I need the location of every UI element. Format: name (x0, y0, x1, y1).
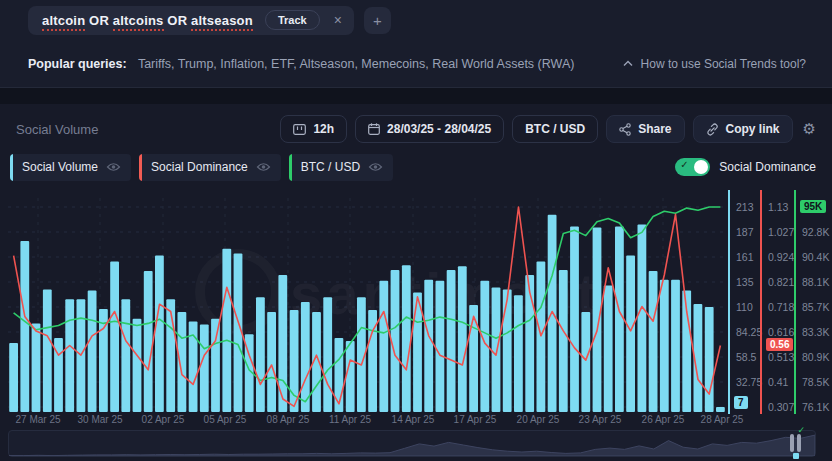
volume-bar[interactable] (222, 249, 231, 412)
legend-label: Social Volume (22, 160, 98, 174)
chart-plot-area[interactable]: santiment 21318716113511084.2558.532.757… (0, 190, 832, 461)
date-range-button[interactable]: 28/03/25 - 28/04/25 (355, 115, 504, 143)
search-query-text[interactable]: altcoin OR altcoins OR altseason (42, 13, 253, 28)
volume-bar[interactable] (638, 225, 647, 413)
settings-gear-icon[interactable]: ⚙ (801, 120, 818, 138)
how-to-use-link[interactable]: How to use Social Trends tool? (623, 57, 806, 71)
legend-chip[interactable]: Social Volume (10, 154, 131, 181)
popular-queries-list[interactable]: Tariffs, Trump, Inflation, ETF, Altseaso… (135, 57, 575, 71)
volume-bar[interactable] (492, 288, 501, 412)
social-dominance-toggle[interactable]: ✓ (675, 158, 710, 176)
volume-bar[interactable] (604, 286, 613, 412)
volume-bar[interactable] (166, 299, 175, 412)
legend-chip[interactable]: Social Dominance (139, 154, 281, 181)
volume-bar[interactable] (581, 312, 590, 412)
volume-bar[interactable] (155, 256, 164, 413)
y-tick-label: 213 (736, 201, 754, 213)
y-tick-label: 92.8K (802, 226, 829, 238)
pair-button[interactable]: BTC / USD (512, 115, 598, 143)
eye-icon[interactable] (106, 162, 121, 172)
volume-bar[interactable] (20, 241, 29, 412)
share-button[interactable]: Share (606, 115, 684, 143)
volume-bar[interactable] (211, 319, 220, 412)
toggle-check-icon: ✓ (680, 159, 688, 170)
volume-bar[interactable] (525, 275, 534, 412)
interval-button[interactable]: 12h (280, 115, 347, 143)
volume-bar[interactable] (323, 297, 332, 412)
volume-bar[interactable] (379, 281, 388, 412)
toggle-label: Social Dominance (719, 160, 816, 174)
volume-bar[interactable] (514, 295, 523, 412)
share-icon (619, 123, 631, 136)
y-tick-label: 80.9K (802, 351, 829, 363)
volume-bar[interactable] (626, 256, 635, 413)
volume-bar[interactable] (256, 297, 265, 412)
volume-bar[interactable] (178, 312, 187, 412)
x-axis-label: 05 Apr 25 (194, 414, 256, 425)
volume-bar[interactable] (346, 341, 355, 412)
y-axis-current-badge: 0.56 (766, 338, 793, 351)
y-tick-label: 0.513 (768, 351, 794, 363)
volume-bar[interactable] (559, 270, 568, 412)
volume-bar[interactable] (43, 290, 52, 413)
main-chart[interactable]: santiment (8, 190, 726, 414)
volume-bar[interactable] (301, 302, 310, 412)
volume-bar[interactable] (335, 338, 344, 412)
y-tick-label: 0.616 (768, 326, 794, 338)
minimap-area-chart (9, 431, 815, 456)
chevron-up-icon (623, 60, 633, 67)
volume-bar[interactable] (133, 319, 142, 412)
eye-icon[interactable] (256, 162, 271, 172)
chart-title: Social Volume (16, 122, 98, 137)
volume-bar[interactable] (593, 227, 602, 412)
legend-color-bar (139, 154, 142, 181)
volume-bar[interactable] (570, 226, 579, 412)
y-tick-label: 76.1K (802, 401, 829, 413)
y-axis-current-badge: 95K (800, 200, 826, 213)
y-tick-label: 83.3K (802, 326, 829, 338)
volume-bar[interactable] (110, 261, 119, 412)
volume-bar[interactable] (32, 324, 41, 413)
track-button[interactable]: Track (265, 10, 320, 30)
volume-bar[interactable] (121, 299, 130, 412)
y-tick-label: 0.41 (768, 376, 788, 388)
y-tick-label: 84.25 (736, 326, 762, 338)
close-tab-icon[interactable]: × (332, 13, 344, 27)
eye-icon[interactable] (368, 162, 383, 172)
volume-bar[interactable] (436, 281, 445, 412)
y-tick-label: 90.4K (802, 251, 829, 263)
copy-link-button[interactable]: Copy link (693, 115, 793, 143)
y-axis-current-badge: 7 (734, 396, 748, 409)
legend-label: Social Dominance (151, 160, 248, 174)
legend-color-bar (289, 154, 292, 181)
volume-bar[interactable] (458, 266, 467, 412)
volume-bar[interactable] (267, 312, 276, 412)
volume-bar[interactable] (424, 280, 433, 412)
volume-bar[interactable] (716, 407, 725, 412)
volume-bar[interactable] (469, 305, 478, 412)
top-tab-bar: altcoin OR altcoins OR altseason Track ×… (0, 0, 832, 40)
y-tick-label: 58.5 (736, 351, 756, 363)
legend-chip[interactable]: BTC / USD (289, 154, 393, 181)
volume-bar[interactable] (144, 271, 153, 412)
volume-bar[interactable] (447, 270, 456, 412)
volume-bar[interactable] (9, 343, 18, 412)
search-query-tab[interactable]: altcoin OR altcoins OR altseason Track × (28, 6, 354, 35)
add-tab-button[interactable]: + (364, 7, 391, 34)
y-tick-label: 85.7K (802, 301, 829, 313)
volume-bar[interactable] (615, 226, 624, 412)
volume-bar[interactable] (660, 280, 669, 412)
volume-bar[interactable] (88, 291, 97, 413)
volume-bar[interactable] (65, 299, 74, 412)
volume-bar[interactable] (200, 325, 209, 413)
volume-bar[interactable] (649, 271, 658, 412)
calendar-icon (368, 123, 380, 135)
volume-bar[interactable] (671, 280, 680, 412)
volume-bar[interactable] (705, 307, 714, 412)
y-axis: 1.131.0270.9240.8210.7180.6160.5130.410.… (760, 190, 762, 414)
volume-bar[interactable] (537, 261, 546, 412)
minimap-drag-handle[interactable] (790, 434, 801, 452)
volume-bar[interactable] (402, 265, 411, 412)
volume-bar[interactable] (503, 290, 512, 413)
timeline-minimap[interactable]: ✓ (8, 430, 816, 457)
